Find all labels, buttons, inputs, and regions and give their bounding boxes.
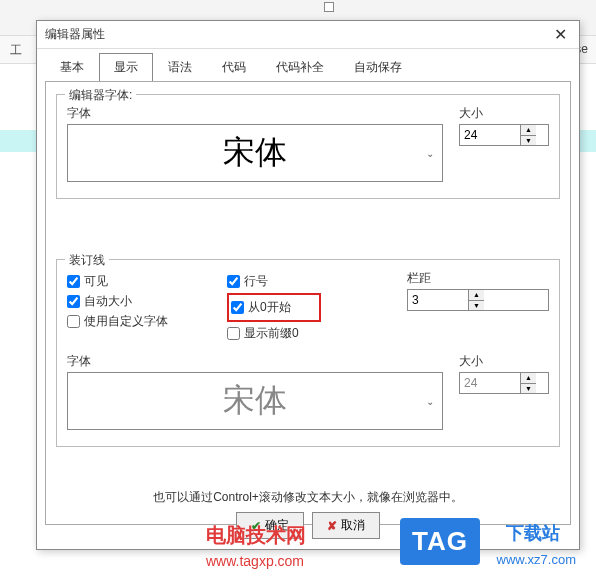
custom-font-checkbox-row[interactable]: 使用自定义字体 bbox=[67, 313, 217, 330]
font-label: 字体 bbox=[67, 105, 443, 122]
gutter-font-label: 字体 bbox=[67, 353, 443, 370]
xz-title: 下载站 bbox=[506, 521, 560, 545]
gutter-font-value: 宋体 bbox=[223, 379, 287, 423]
font-selector[interactable]: 宋体 ⌄ bbox=[67, 124, 443, 182]
custom-font-label: 使用自定义字体 bbox=[84, 313, 168, 330]
watermark-url: www.tagxp.com bbox=[206, 553, 304, 569]
start-zero-label: 从0开始 bbox=[248, 299, 291, 316]
spacing-spinner[interactable]: ▲ ▼ bbox=[407, 289, 549, 311]
start-zero-checkbox-row[interactable]: 从0开始 bbox=[231, 299, 291, 316]
size-spinner[interactable]: ▲ ▼ bbox=[459, 124, 549, 146]
editor-font-legend: 编辑器字体: bbox=[65, 87, 136, 104]
gutter-size-spinner[interactable]: ▲ ▼ bbox=[459, 372, 549, 394]
cancel-label: 取消 bbox=[341, 517, 365, 534]
dialog-button-row: ✔ 确定 ✘ 取消 bbox=[37, 512, 579, 539]
visible-label: 可见 bbox=[84, 273, 108, 290]
chevron-down-icon: ⌄ bbox=[426, 148, 434, 159]
leading-zero-label: 显示前缀0 bbox=[244, 325, 299, 342]
tab-basic[interactable]: 基本 bbox=[45, 53, 99, 82]
tab-code[interactable]: 代码 bbox=[207, 53, 261, 82]
line-number-checkbox[interactable] bbox=[227, 275, 240, 288]
gutter-legend: 装订线 bbox=[65, 252, 109, 269]
auto-size-checkbox-row[interactable]: 自动大小 bbox=[67, 293, 217, 310]
line-number-label: 行号 bbox=[244, 273, 268, 290]
leading-zero-checkbox-row[interactable]: 显示前缀0 bbox=[227, 325, 397, 342]
spinner-up-icon[interactable]: ▲ bbox=[521, 125, 536, 136]
spinner-down-icon[interactable]: ▼ bbox=[521, 136, 536, 146]
tab-syntax[interactable]: 语法 bbox=[153, 53, 207, 82]
cancel-button[interactable]: ✘ 取消 bbox=[312, 512, 380, 539]
watermark-title: 电脑技术网 bbox=[206, 522, 306, 549]
dialog-title: 编辑器属性 bbox=[45, 26, 105, 43]
x-icon: ✘ bbox=[327, 519, 337, 533]
close-icon[interactable]: ✕ bbox=[550, 25, 571, 44]
spinner-up-icon[interactable]: ▲ bbox=[469, 290, 484, 301]
line-number-checkbox-row[interactable]: 行号 bbox=[227, 273, 397, 290]
spinner-up-icon[interactable]: ▲ bbox=[521, 373, 536, 384]
auto-size-checkbox[interactable] bbox=[67, 295, 80, 308]
size-label: 大小 bbox=[459, 105, 549, 122]
xz-url: www.xz7.com bbox=[497, 552, 576, 567]
spacing-label: 栏距 bbox=[407, 270, 549, 287]
visible-checkbox[interactable] bbox=[67, 275, 80, 288]
tab-panel-display: 编辑器字体: 字体 宋体 ⌄ 大小 ▲ ▼ bbox=[45, 81, 571, 525]
chevron-down-icon: ⌄ bbox=[426, 396, 434, 407]
start-zero-checkbox[interactable] bbox=[231, 301, 244, 314]
tag-badge: TAG bbox=[400, 518, 480, 565]
resize-handle[interactable] bbox=[324, 2, 334, 12]
auto-size-label: 自动大小 bbox=[84, 293, 132, 310]
tab-bar: 基本 显示 语法 代码 代码补全 自动保存 bbox=[37, 49, 579, 82]
font-value: 宋体 bbox=[223, 131, 287, 175]
spacing-input[interactable] bbox=[408, 290, 468, 310]
gutter-font-selector[interactable]: 宋体 ⌄ bbox=[67, 372, 443, 430]
hint-text: 也可以通过Control+滚动修改文本大小，就像在浏览器中。 bbox=[56, 489, 560, 506]
editor-font-group: 编辑器字体: 字体 宋体 ⌄ 大小 ▲ ▼ bbox=[56, 94, 560, 199]
gutter-size-input[interactable] bbox=[460, 373, 520, 393]
spinner-down-icon[interactable]: ▼ bbox=[521, 384, 536, 394]
bg-toolbar-text: 工 bbox=[10, 42, 22, 59]
highlight-box: 从0开始 bbox=[227, 293, 321, 322]
tab-display[interactable]: 显示 bbox=[99, 53, 153, 82]
custom-font-checkbox[interactable] bbox=[67, 315, 80, 328]
spinner-down-icon[interactable]: ▼ bbox=[469, 301, 484, 311]
tab-completion[interactable]: 代码补全 bbox=[261, 53, 339, 82]
gutter-group: 装订线 可见 自动大小 使用自定义字体 bbox=[56, 259, 560, 447]
size-input[interactable] bbox=[460, 125, 520, 145]
visible-checkbox-row[interactable]: 可见 bbox=[67, 273, 217, 290]
editor-properties-dialog: 编辑器属性 ✕ 基本 显示 语法 代码 代码补全 自动保存 编辑器字体: 字体 … bbox=[36, 20, 580, 550]
tab-autosave[interactable]: 自动保存 bbox=[339, 53, 417, 82]
leading-zero-checkbox[interactable] bbox=[227, 327, 240, 340]
titlebar: 编辑器属性 ✕ bbox=[37, 21, 579, 49]
gutter-size-label: 大小 bbox=[459, 353, 549, 370]
